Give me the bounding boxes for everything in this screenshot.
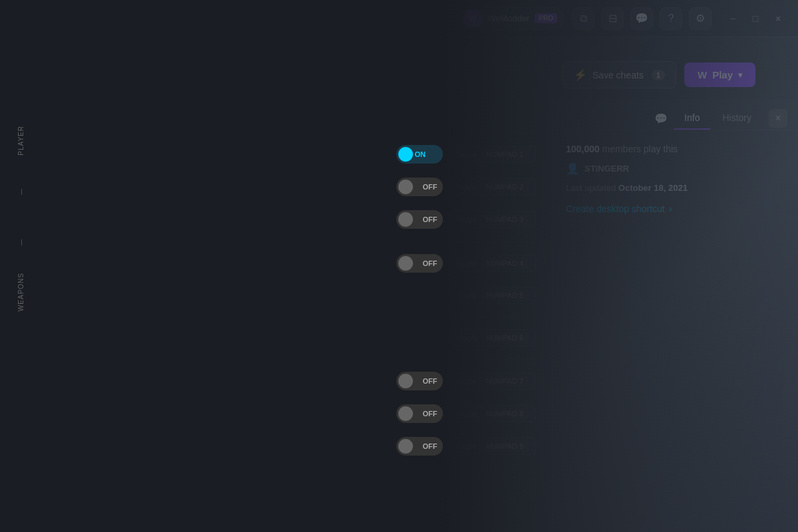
toggle-label-off: OFF <box>423 259 438 267</box>
toggle-label-off: OFF <box>423 215 438 223</box>
toggle-label-on: ON <box>415 150 426 158</box>
sidebar-label-stats: — <box>18 239 25 245</box>
toggle-knob <box>398 147 413 162</box>
toggle-no-reload[interactable]: OFF <box>396 404 443 423</box>
sidebar-label-weapons: Weapons <box>17 273 25 311</box>
sidebar-label-inventory: — <box>18 188 25 195</box>
toggle-knob <box>398 439 413 454</box>
toggle-knob <box>398 212 413 227</box>
toggle-unlimited-ap[interactable]: OFF <box>396 178 443 196</box>
toggle-knob <box>398 256 413 271</box>
toggle-label-off: OFF <box>423 410 438 418</box>
toggle-label-off: OFF <box>423 183 438 191</box>
toggle-weapon-durability[interactable]: OFF <box>396 437 443 456</box>
toggle-label-off: OFF <box>423 442 438 450</box>
sidebar-label-player: Player <box>17 126 25 156</box>
toggle-knob <box>398 374 413 388</box>
toggle-unlimited-weight[interactable]: OFF <box>396 254 443 273</box>
toggle-label-off: OFF <box>423 377 438 385</box>
toggle-knob <box>398 180 413 194</box>
toggle-unlimited-ammo[interactable]: OFF <box>396 372 443 390</box>
toggle-unlimited-health[interactable]: ON <box>396 145 443 164</box>
toggle-no-radiation[interactable]: OFF <box>396 210 443 229</box>
toggle-knob <box>398 406 413 421</box>
